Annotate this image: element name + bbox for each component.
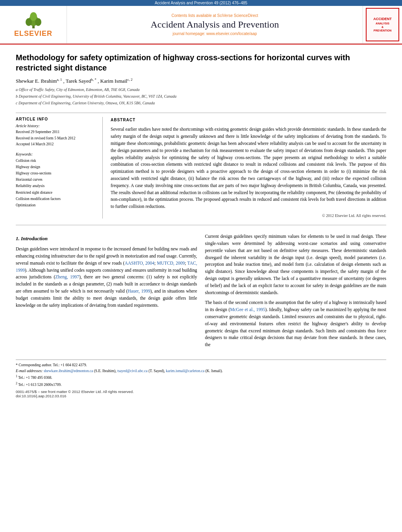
journal-main-title: Accident Analysis and Prevention [151, 19, 279, 30]
footnote-1: 1 Tel.: +1 780 495 0368. [16, 374, 386, 381]
ref-zheng[interactable]: Zheng, 1997 [55, 274, 79, 279]
ref-hauer[interactable]: Hauer, 1999 [128, 289, 150, 293]
keywords-section: Keywords: Collision risk Highway design … [16, 152, 94, 208]
sciverse-line: Contents lists available at SciVerse Sci… [171, 13, 258, 18]
paper-title: Methodology for safety optimization of h… [16, 52, 386, 73]
sciverse-link-text[interactable]: SciVerse ScienceDirect [217, 13, 258, 18]
abstract-italic-pnc: nc [331, 190, 335, 195]
homepage-line: journal homepage: www.elsevier.com/locat… [172, 32, 257, 36]
ref-mutcd[interactable]: MUTCD, 2009 [157, 261, 185, 265]
footnotes-area: * Corresponding author. Tel.: +1 604 822… [16, 360, 386, 388]
article-info-heading: ARTICLE INFO [16, 117, 94, 121]
accident-logo-box: ACCIDENT ANALYSIS & PREVENTION [363, 6, 402, 43]
article-history-section: Article history: Received 29 September 2… [16, 124, 94, 147]
affil3: c Department of Civil Engineering, Carle… [16, 100, 386, 106]
author1-sup: a, 1 [57, 78, 62, 82]
ref-aashto[interactable]: AASHTO, 2004 [124, 261, 154, 265]
copyright-line: © 2012 Elsevier Ltd. All rights reserved… [111, 213, 386, 219]
article-info-abstract-row: ARTICLE INFO Article history: Received 2… [16, 117, 386, 219]
keyword-highway-design: Highway design [16, 164, 94, 170]
keyword-collision-risk: Collision risk [16, 158, 94, 164]
svg-point-4 [30, 12, 37, 21]
abstract-text: Several earlier studies have noted the s… [111, 126, 386, 210]
footer-rights: 0001-4575/$ – see front matter © 2012 El… [16, 389, 386, 394]
elsevier-wordmark: ELSEVIER [14, 30, 52, 38]
authors-line: Shewkar E. Ibrahima, 1 , Tarek Sayedb, *… [16, 78, 386, 84]
abstract-heading: ABSTRACT [111, 117, 386, 123]
keyword-cmf: Collision modification factors [16, 196, 94, 202]
footnote-2: 2 Tel.: +1 613 520 2600x1709. [16, 381, 386, 388]
author2-sup: b, * [91, 78, 96, 82]
col-separator [102, 117, 103, 219]
footnote-corresponding: * Corresponding author. Tel.: +1 604 822… [16, 362, 386, 368]
keywords-label: Keywords: [16, 152, 94, 156]
affiliations: a Office of Traffic Safety, City of Edmo… [16, 87, 386, 106]
body-right-col: Current design guidelines specify minimu… [205, 233, 387, 352]
journal-header: Accident Analysis and Prevention 49 (201… [0, 0, 402, 44]
accident-logo-line3: & [382, 25, 383, 29]
elsevier-tree-icon [22, 12, 45, 30]
body-separator [16, 225, 386, 225]
keyword-reliability: Reliability analysis [16, 183, 94, 189]
elsevier-logo-box: ELSEVIER [0, 6, 67, 43]
footnote-emails: E-mail addresses: shewkare.ibrahim@edmon… [16, 368, 386, 374]
paper-content: Methodology for safety optimization of h… [0, 44, 402, 406]
accident-logo-line1: ACCIDENT [373, 17, 392, 22]
journal-top-bar: Accident Analysis and Prevention 49 (201… [0, 0, 402, 6]
author2: , Tarek Sayed [63, 78, 91, 84]
keyword-restricted-sight: Restricted sight distance [16, 189, 94, 196]
keyword-horizontal-curves: Horizontal curves [16, 176, 94, 183]
accident-logo-line4: PREVENTION [374, 29, 392, 32]
paper-body: 1. Introduction Design guidelines were i… [16, 233, 386, 352]
accident-logo-line2: ANALYSIS [376, 22, 389, 25]
intro-left-para1: Design guidelines were introduced in res… [16, 246, 197, 309]
article-separator [16, 113, 386, 113]
doi-line: doi:10.1016/j.aap.2012.03.016 [16, 394, 386, 398]
accident-logo-inner: ACCIDENT ANALYSIS & PREVENTION [366, 8, 399, 41]
article-history-label: Article history: [16, 124, 94, 128]
ref-mcgee[interactable]: McGee et al., 1995 [230, 307, 265, 312]
journal-title-center: Contents lists available at SciVerse Sci… [67, 6, 363, 43]
doi-footer: 0001-4575/$ – see front matter © 2012 El… [16, 389, 386, 398]
intro-right-para2: The basis of the second concern is the a… [205, 299, 387, 348]
keyword-optimization: Optimization [16, 202, 94, 208]
author1: Shewkar E. Ibrahim [16, 78, 57, 84]
left-column-info: ARTICLE INFO Article history: Received 2… [16, 117, 94, 219]
affil1: a Office of Traffic Safety, City of Edmo… [16, 87, 386, 93]
homepage-link[interactable]: www.elsevier.com/locate/aap [206, 32, 257, 36]
author3-sup: c, 2 [128, 78, 133, 82]
intro-right-para1: Current design guidelines specify minimu… [205, 233, 387, 296]
affil2: b Department of Civil Engineering, Unive… [16, 93, 386, 100]
volume-info: Accident Analysis and Prevention 49 (201… [155, 1, 247, 5]
received-date: Received 29 September 2011 Received in r… [16, 129, 94, 147]
keyword-highway-cross: Highway cross-sections [16, 170, 94, 176]
body-left-col: 1. Introduction Design guidelines were i… [16, 233, 197, 352]
journal-logo-row: ELSEVIER Contents lists available at Sci… [0, 6, 402, 44]
section1-title: 1. Introduction [16, 235, 197, 243]
right-column-abstract: ABSTRACT Several earlier studies have no… [111, 117, 386, 219]
author3: , Karim Ismail [98, 78, 127, 84]
